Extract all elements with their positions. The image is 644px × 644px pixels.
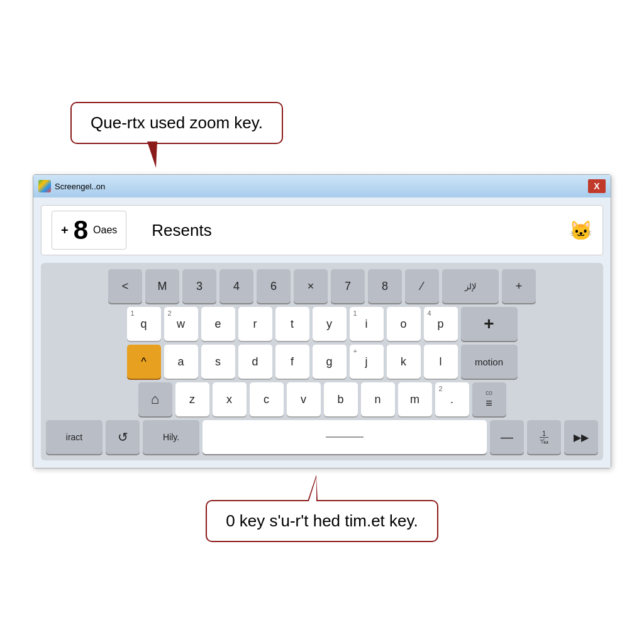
key-iract[interactable]: iract xyxy=(46,420,103,454)
key-eq-co[interactable]: co ≡ xyxy=(472,382,506,416)
key-row-2: ^ a s d f g +j k l motion xyxy=(46,345,598,379)
callout-bottom-text: 0 key s'u-r't hed tim.et key. xyxy=(226,511,418,530)
callout-top-text: Que-rtx used zoom key. xyxy=(91,113,263,132)
close-button[interactable]: X xyxy=(588,179,606,193)
key-d[interactable]: d xyxy=(238,345,272,379)
key-x2[interactable]: x xyxy=(213,382,247,416)
key-dash[interactable]: — xyxy=(490,420,524,454)
key-t[interactable]: t xyxy=(275,307,309,341)
key-j[interactable]: +j xyxy=(350,345,384,379)
key-x[interactable]: × xyxy=(294,269,328,303)
key-slash[interactable]: ∕ xyxy=(405,269,439,303)
key-4[interactable]: 4 xyxy=(219,269,253,303)
key-m[interactable]: m xyxy=(398,382,432,416)
refresh-icon[interactable]: 🐱 xyxy=(569,219,592,242)
key-o[interactable]: o xyxy=(387,307,421,341)
key-q[interactable]: 1q xyxy=(127,307,161,341)
app-icon xyxy=(38,180,51,192)
key-row-4: iract ↺ Hily. — 1 ⁺⁄₄₄ ▶▶ xyxy=(46,420,598,454)
key-space[interactable] xyxy=(203,420,487,454)
key-w[interactable]: 2w xyxy=(164,307,198,341)
key-y[interactable]: y xyxy=(313,307,347,341)
key-p[interactable]: 4p xyxy=(424,307,458,341)
key-s[interactable]: s xyxy=(201,345,235,379)
callout-top: Que-rtx used zoom key. xyxy=(70,102,283,144)
key-i[interactable]: 1i xyxy=(350,307,384,341)
title-bar-left: Screengel..on xyxy=(38,180,105,192)
scene: Que-rtx used zoom key. Screengel..on X +… xyxy=(20,102,624,542)
key-motion[interactable]: motion xyxy=(461,345,518,379)
key-row-1: 1q 2w e r t y 1i o 4p + xyxy=(46,307,598,341)
key-k[interactable]: k xyxy=(387,345,421,379)
info-bar: + 8 Oaes Resents 🐱 xyxy=(41,205,603,255)
key-8[interactable]: 8 xyxy=(368,269,402,303)
score-label: Oaes xyxy=(93,225,117,236)
key-7[interactable]: 7 xyxy=(331,269,365,303)
key-f[interactable]: f xyxy=(275,345,309,379)
key-r[interactable]: r xyxy=(238,307,272,341)
key-undo[interactable]: ↺ xyxy=(106,420,140,454)
window-title: Screengel..on xyxy=(55,182,105,191)
key-z[interactable]: z xyxy=(175,382,209,416)
key-row-3: ⌂ z x c v b n m 2. co ≡ xyxy=(46,382,598,416)
key-e[interactable]: e xyxy=(201,307,235,341)
key-hily[interactable]: Hily. xyxy=(143,420,199,454)
key-M[interactable]: M xyxy=(145,269,179,303)
key-row-0: < M 3 4 6 × 7 8 ∕ لإلز + xyxy=(46,269,598,303)
resents-label: Resents xyxy=(152,221,211,240)
key-v[interactable]: v xyxy=(287,382,321,416)
window-body: + 8 Oaes Resents 🐱 < M 3 4 6 × 7 xyxy=(33,197,611,468)
score-plus: + xyxy=(61,223,69,238)
key-forward[interactable]: ▶▶ xyxy=(564,420,598,454)
score-box: + 8 Oaes xyxy=(52,211,126,250)
key-6[interactable]: 6 xyxy=(257,269,291,303)
key-a[interactable]: a xyxy=(164,345,198,379)
key-l[interactable]: l xyxy=(424,345,458,379)
title-bar: Screengel..on X xyxy=(33,175,611,197)
key-c[interactable]: c xyxy=(250,382,284,416)
key-plus-wide[interactable]: + xyxy=(461,307,518,341)
key-home[interactable]: ⌂ xyxy=(138,382,172,416)
key-arabic[interactable]: لإلز xyxy=(442,269,499,303)
key-period[interactable]: 2. xyxy=(435,382,469,416)
key-g[interactable]: g xyxy=(313,345,347,379)
key-lt[interactable]: < xyxy=(108,269,142,303)
key-n[interactable]: n xyxy=(361,382,395,416)
key-plus-top[interactable]: + xyxy=(502,269,536,303)
callout-bottom: 0 key s'u-r't hed tim.et key. xyxy=(206,500,438,542)
key-b[interactable]: b xyxy=(324,382,358,416)
key-fraction[interactable]: 1 ⁺⁄₄₄ xyxy=(527,420,561,454)
key-shift[interactable]: ^ xyxy=(127,345,161,379)
app-window: Screengel..on X + 8 Oaes Resents 🐱 < xyxy=(33,174,611,469)
score-num: 8 xyxy=(74,215,88,245)
key-3[interactable]: 3 xyxy=(182,269,216,303)
keyboard: < M 3 4 6 × 7 8 ∕ لإلز + 1q xyxy=(41,263,603,460)
